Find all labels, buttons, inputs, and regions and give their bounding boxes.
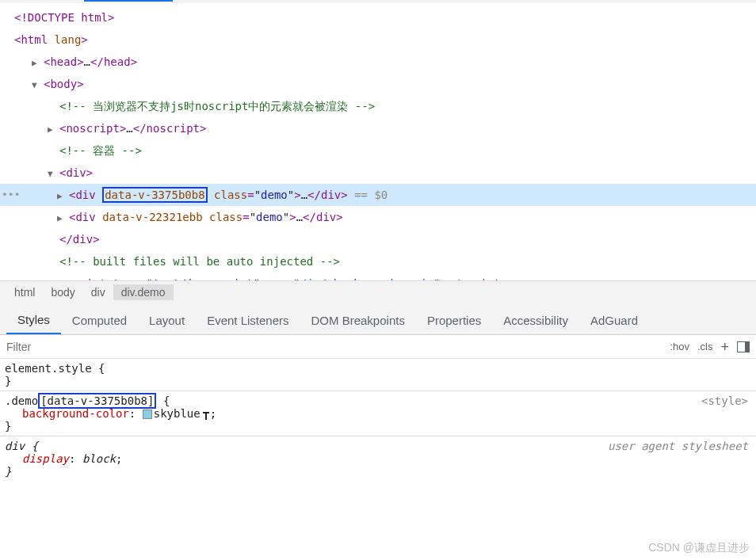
tab-layout[interactable]: Layout bbox=[138, 309, 196, 333]
rule-origin-ua: user agent stylesheet bbox=[608, 440, 748, 452]
ellipsis-icon[interactable]: ••• bbox=[2, 185, 20, 204]
chevron-right-icon[interactable] bbox=[57, 209, 66, 218]
dom-line-comment1[interactable]: <!-- 当浏览器不支持js时noscript中的元素就会被渲染 --> bbox=[0, 95, 756, 117]
tab-event-listeners[interactable]: Event Listeners bbox=[196, 309, 300, 333]
styles-rules: element.style { } <style> .demo[data-v-3… bbox=[0, 359, 756, 481]
tab-properties[interactable]: Properties bbox=[416, 309, 492, 333]
plus-icon[interactable]: + bbox=[720, 340, 729, 354]
dom-line-div-open[interactable]: <div> bbox=[0, 162, 756, 184]
rule-origin-style[interactable]: <style> bbox=[701, 394, 748, 407]
hov-button[interactable]: :hov bbox=[670, 341, 689, 352]
svg-rect-1 bbox=[745, 342, 749, 352]
tab-styles[interactable]: Styles bbox=[6, 308, 61, 334]
tab-accessibility[interactable]: Accessibility bbox=[492, 309, 579, 333]
chevron-down-icon[interactable] bbox=[32, 76, 40, 85]
chevron-right-icon[interactable] bbox=[32, 54, 40, 63]
rule-demo-scoped[interactable]: <style> .demo[data-v-3375b0b8] { backgro… bbox=[0, 391, 756, 436]
dom-line-selected[interactable]: ••• <div data-v-3375b0b8 class="demo">…<… bbox=[0, 184, 756, 206]
dom-line-comment3[interactable]: <!-- built files will be auto injected -… bbox=[0, 250, 756, 272]
styles-toolbar: :hov .cls + bbox=[0, 335, 756, 359]
rule-user-agent-div[interactable]: user agent stylesheet div { display: blo… bbox=[0, 436, 756, 481]
cls-button[interactable]: .cls bbox=[697, 341, 713, 352]
dom-line-head[interactable]: <head>…</head> bbox=[0, 51, 756, 73]
color-swatch-icon[interactable] bbox=[143, 410, 152, 419]
dom-line-div-close[interactable]: </div> bbox=[0, 228, 756, 250]
breadcrumb: html body div div.demo bbox=[0, 280, 756, 303]
watermark: CSDN @谦虚且进步 bbox=[648, 541, 750, 555]
dom-line-noscript[interactable]: <noscript>…</noscript> bbox=[0, 117, 756, 139]
chevron-right-icon[interactable] bbox=[57, 187, 66, 196]
dom-line-body[interactable]: <body> bbox=[0, 73, 756, 95]
dom-line-inner2[interactable]: <div data-v-22321ebb class="demo">…</div… bbox=[0, 206, 756, 228]
dom-line-comment2[interactable]: <!-- 容器 --> bbox=[0, 139, 756, 162]
tab-adguard[interactable]: AdGuard bbox=[579, 309, 649, 333]
dom-line-html[interactable]: <html lang> bbox=[0, 29, 756, 51]
rule-element-style[interactable]: element.style { } bbox=[0, 359, 756, 391]
tab-dom-breakpoints[interactable]: DOM Breakpoints bbox=[300, 309, 416, 333]
tab-computed[interactable]: Computed bbox=[61, 309, 138, 333]
crumb-div[interactable]: div bbox=[83, 284, 113, 300]
filter-input[interactable] bbox=[0, 337, 663, 356]
crumb-div-demo[interactable]: div.demo bbox=[113, 284, 174, 300]
panel-toggle-icon[interactable] bbox=[737, 341, 750, 352]
chevron-right-icon[interactable] bbox=[48, 120, 56, 129]
dom-line-script1[interactable]: <script type="text/javascript" src="/js/… bbox=[0, 272, 756, 280]
styles-tabs: Styles Computed Layout Event Listeners D… bbox=[0, 303, 756, 335]
dom-line-doctype[interactable]: <!DOCTYPE html> bbox=[0, 6, 756, 29]
crumb-body[interactable]: body bbox=[43, 284, 82, 300]
crumb-html[interactable]: html bbox=[6, 284, 43, 300]
chevron-down-icon[interactable] bbox=[48, 165, 56, 173]
elements-panel[interactable]: <!DOCTYPE html> <html lang> <head>…</hea… bbox=[0, 3, 756, 280]
